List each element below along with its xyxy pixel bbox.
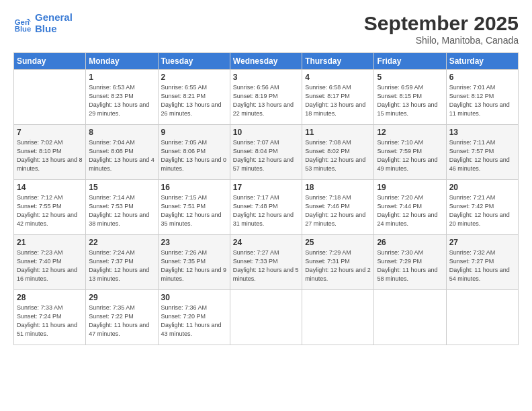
sunrise-text: Sunrise: 6:55 AM [161, 84, 208, 91]
day-info: Sunrise: 7:18 AM Sunset: 7:46 PM Dayligh… [305, 193, 371, 228]
sunset-text: Sunset: 8:08 PM [89, 148, 134, 154]
sunrise-text: Sunrise: 7:14 AM [89, 194, 135, 201]
daylight-text: Daylight: 12 hours and 27 minutes. [305, 212, 365, 227]
day-number: 21 [17, 238, 83, 247]
day-number: 28 [17, 293, 83, 302]
day-info: Sunrise: 7:05 AM Sunset: 8:06 PM Dayligh… [161, 138, 227, 173]
sunrise-text: Sunrise: 7:15 AM [161, 194, 208, 201]
day-info: Sunrise: 6:58 AM Sunset: 8:17 PM Dayligh… [305, 83, 371, 118]
sunrise-text: Sunrise: 7:08 AM [305, 139, 351, 146]
header: Gen Blue General Blue September 2025 Shi… [13, 12, 519, 46]
day-number: 6 [449, 73, 515, 82]
week-row-4: 21 Sunrise: 7:23 AM Sunset: 7:40 PM Dayl… [14, 235, 519, 290]
sunrise-text: Sunrise: 6:53 AM [89, 84, 135, 91]
day-cell [374, 290, 446, 345]
day-number: 22 [89, 238, 154, 247]
day-number: 7 [17, 128, 83, 137]
sunrise-text: Sunrise: 7:07 AM [233, 139, 279, 146]
daylight-text: Daylight: 13 hours and 29 minutes. [89, 101, 149, 117]
day-cell: 27 Sunrise: 7:32 AM Sunset: 7:27 PM Dayl… [446, 235, 518, 290]
daylight-text: Daylight: 12 hours and 5 minutes. [233, 267, 299, 282]
header-saturday: Saturday [446, 53, 518, 70]
day-cell: 13 Sunrise: 7:11 AM Sunset: 7:57 PM Dayl… [446, 125, 518, 180]
location-subtitle: Shilo, Manitoba, Canada [364, 35, 519, 46]
sunset-text: Sunset: 8:17 PM [305, 93, 350, 99]
day-number: 14 [17, 183, 83, 192]
day-cell: 19 Sunrise: 7:20 AM Sunset: 7:44 PM Dayl… [374, 180, 446, 235]
sunrise-text: Sunrise: 7:04 AM [89, 139, 135, 146]
day-info: Sunrise: 7:20 AM Sunset: 7:44 PM Dayligh… [377, 193, 443, 228]
sunrise-text: Sunrise: 7:21 AM [449, 194, 496, 201]
sunset-text: Sunset: 7:24 PM [17, 313, 62, 320]
week-row-2: 7 Sunrise: 7:02 AM Sunset: 8:10 PM Dayli… [14, 125, 519, 180]
day-cell: 24 Sunrise: 7:27 AM Sunset: 7:33 PM Dayl… [230, 235, 302, 290]
day-cell: 25 Sunrise: 7:29 AM Sunset: 7:31 PM Dayl… [302, 235, 374, 290]
daylight-text: Daylight: 13 hours and 8 minutes. [17, 156, 83, 172]
sunset-text: Sunset: 7:29 PM [377, 258, 422, 265]
day-number: 23 [161, 238, 227, 247]
daylight-text: Daylight: 11 hours and 54 minutes. [449, 267, 510, 282]
sunrise-text: Sunrise: 7:35 AM [89, 304, 135, 311]
sunset-text: Sunset: 7:48 PM [233, 203, 278, 210]
day-cell: 17 Sunrise: 7:17 AM Sunset: 7:48 PM Dayl… [230, 180, 302, 235]
day-info: Sunrise: 7:23 AM Sunset: 7:40 PM Dayligh… [17, 248, 83, 283]
day-info: Sunrise: 7:14 AM Sunset: 7:53 PM Dayligh… [89, 193, 154, 228]
week-row-1: 1 Sunrise: 6:53 AM Sunset: 8:23 PM Dayli… [14, 70, 519, 125]
day-number: 18 [305, 183, 371, 192]
sunset-text: Sunset: 7:46 PM [305, 203, 350, 210]
logo-icon: Gen Blue [13, 14, 32, 33]
day-cell: 22 Sunrise: 7:24 AM Sunset: 7:37 PM Dayl… [86, 235, 158, 290]
day-cell: 10 Sunrise: 7:07 AM Sunset: 8:04 PM Dayl… [230, 125, 302, 180]
daylight-text: Daylight: 12 hours and 42 minutes. [17, 212, 77, 227]
day-number: 2 [161, 73, 227, 82]
calendar-table: Sunday Monday Tuesday Wednesday Thursday… [13, 52, 519, 345]
day-number: 30 [161, 293, 227, 302]
sunset-text: Sunset: 7:37 PM [89, 258, 134, 265]
sunset-text: Sunset: 8:04 PM [233, 148, 278, 154]
sunrise-text: Sunrise: 7:32 AM [449, 249, 496, 256]
daylight-text: Daylight: 12 hours and 20 minutes. [449, 212, 510, 227]
day-number: 9 [161, 128, 227, 137]
day-cell: 21 Sunrise: 7:23 AM Sunset: 7:40 PM Dayl… [14, 235, 86, 290]
sunrise-text: Sunrise: 7:24 AM [89, 249, 135, 256]
sunrise-text: Sunrise: 7:29 AM [305, 249, 351, 256]
day-cell: 6 Sunrise: 7:01 AM Sunset: 8:12 PM Dayli… [446, 70, 518, 125]
day-info: Sunrise: 7:12 AM Sunset: 7:55 PM Dayligh… [17, 193, 83, 228]
day-number: 24 [233, 238, 299, 247]
header-friday: Friday [374, 53, 446, 70]
week-row-5: 28 Sunrise: 7:33 AM Sunset: 7:24 PM Dayl… [14, 290, 519, 345]
header-monday: Monday [86, 53, 158, 70]
header-wednesday: Wednesday [230, 53, 302, 70]
svg-text:Blue: Blue [15, 25, 32, 33]
title-block: September 2025 Shilo, Manitoba, Canada [364, 12, 519, 46]
daylight-text: Daylight: 12 hours and 31 minutes. [233, 212, 294, 227]
sunrise-text: Sunrise: 6:58 AM [305, 84, 351, 91]
day-cell: 16 Sunrise: 7:15 AM Sunset: 7:51 PM Dayl… [158, 180, 230, 235]
daylight-text: Daylight: 13 hours and 0 minutes. [161, 156, 227, 172]
day-cell [14, 70, 86, 125]
day-number: 19 [377, 183, 443, 192]
day-info: Sunrise: 7:29 AM Sunset: 7:31 PM Dayligh… [305, 248, 371, 283]
month-title: September 2025 [364, 12, 519, 35]
day-info: Sunrise: 7:15 AM Sunset: 7:51 PM Dayligh… [161, 193, 227, 228]
sunset-text: Sunset: 8:12 PM [449, 93, 494, 99]
daylight-text: Daylight: 11 hours and 58 minutes. [377, 267, 437, 282]
week-row-3: 14 Sunrise: 7:12 AM Sunset: 7:55 PM Dayl… [14, 180, 519, 235]
day-number: 25 [305, 238, 371, 247]
sunset-text: Sunset: 8:23 PM [89, 93, 134, 99]
day-number: 5 [377, 73, 443, 82]
daylight-text: Daylight: 12 hours and 35 minutes. [161, 212, 222, 227]
day-cell: 26 Sunrise: 7:30 AM Sunset: 7:29 PM Dayl… [374, 235, 446, 290]
sunset-text: Sunset: 8:19 PM [233, 93, 278, 99]
day-cell: 30 Sunrise: 7:36 AM Sunset: 7:20 PM Dayl… [158, 290, 230, 345]
sunrise-text: Sunrise: 7:05 AM [161, 139, 208, 146]
sunset-text: Sunset: 7:33 PM [233, 258, 278, 265]
sunrise-text: Sunrise: 7:27 AM [233, 249, 279, 256]
sunrise-text: Sunrise: 7:23 AM [17, 249, 63, 256]
day-info: Sunrise: 7:36 AM Sunset: 7:20 PM Dayligh… [161, 304, 227, 338]
sunrise-text: Sunrise: 7:30 AM [377, 249, 423, 256]
day-number: 3 [233, 73, 299, 82]
day-cell: 18 Sunrise: 7:18 AM Sunset: 7:46 PM Dayl… [302, 180, 374, 235]
daylight-text: Daylight: 13 hours and 18 minutes. [305, 101, 365, 117]
daylight-text: Daylight: 12 hours and 9 minutes. [161, 267, 227, 282]
